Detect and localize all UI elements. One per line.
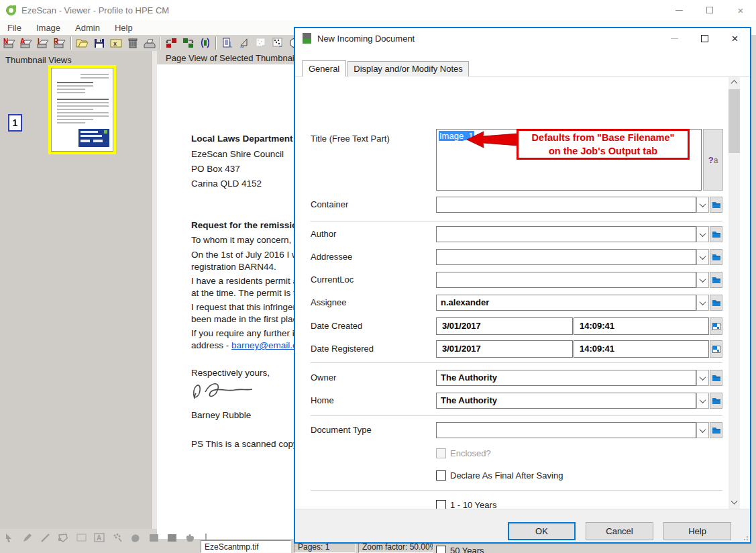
date-registered-time-input[interactable]: 14:09:41 xyxy=(574,340,709,358)
owner-dropdown-button[interactable] xyxy=(696,370,709,386)
menu-file[interactable]: File xyxy=(0,23,29,33)
letter-body-line: On the 1st of July 2016 I was xyxy=(191,250,294,260)
svg-text:I: I xyxy=(38,38,40,45)
scan-insert-icon[interactable]: I xyxy=(35,36,52,50)
declare-final-checkbox[interactable] xyxy=(436,470,446,481)
addressee-input[interactable] xyxy=(436,249,696,265)
dialog-titlebar[interactable]: New Incoming Document × xyxy=(295,28,750,48)
container-browse-button[interactable] xyxy=(710,197,722,213)
dialog-minimize-button[interactable] xyxy=(659,28,690,48)
svg-text:R: R xyxy=(54,38,59,45)
ok-button[interactable]: OK xyxy=(508,522,576,540)
currentloc-browse-button[interactable] xyxy=(710,272,722,288)
help-button[interactable]: Help xyxy=(663,522,731,540)
tab-display-modify-notes[interactable]: Display and/or Modify Notes xyxy=(347,61,469,77)
resize-grip[interactable] xyxy=(743,535,748,540)
declare-final-checkbox-row: Declare As Final After Saving xyxy=(436,470,563,481)
author-browse-button[interactable] xyxy=(710,226,722,242)
dialog-scrollbar[interactable] xyxy=(728,77,740,509)
date-created-date-input[interactable]: 3/01/2017 xyxy=(436,317,573,335)
author-field-label: Author xyxy=(311,229,336,239)
menu-admin[interactable]: Admin xyxy=(68,23,107,33)
thumbnail-scrollbar[interactable] xyxy=(151,51,157,529)
open-file-icon[interactable] xyxy=(74,36,91,50)
date-registered-date-input[interactable]: 3/01/2017 xyxy=(436,340,573,358)
dialog-close-button[interactable]: × xyxy=(720,28,750,48)
owner-browse-button[interactable] xyxy=(710,370,722,386)
trash-icon[interactable] xyxy=(124,36,141,50)
document-type-browse-button[interactable] xyxy=(710,422,722,438)
folder-icon xyxy=(712,231,721,238)
tab-general[interactable]: General xyxy=(302,60,346,78)
close-button[interactable]: × xyxy=(725,0,756,20)
page-view-panel: Local Laws Department EzeScan Shire Coun… xyxy=(157,64,294,539)
split-pages-icon[interactable] xyxy=(197,36,213,50)
assignee-input[interactable]: n.alexander xyxy=(436,295,696,311)
currentloc-input[interactable] xyxy=(436,272,696,288)
container-input[interactable] xyxy=(436,197,696,213)
letter-body-line: I request that this infringem xyxy=(191,302,294,312)
cancel-button[interactable]: Cancel xyxy=(586,522,653,540)
author-input[interactable] xyxy=(436,226,696,242)
new-incoming-document-dialog: New Incoming Document × General Display … xyxy=(294,27,751,544)
swap-pages-icon[interactable] xyxy=(163,36,180,50)
letter-closing: Respectively yours, xyxy=(191,368,270,378)
letter-email-link[interactable]: barney@email.com xyxy=(231,340,294,350)
maximize-button[interactable] xyxy=(694,0,725,20)
enclosed-checkbox[interactable] xyxy=(436,448,446,458)
container-dropdown-button[interactable] xyxy=(696,197,709,213)
dialog-content: Title (Free Text Part) Image_1 ?a Defaul… xyxy=(295,77,750,509)
despeckle-icon[interactable] xyxy=(269,36,286,50)
years-50-checkbox[interactable] xyxy=(436,546,446,553)
chevron-down-icon xyxy=(700,230,706,237)
date-created-time-input[interactable]: 14:09:41 xyxy=(574,317,709,335)
document-type-input[interactable] xyxy=(436,422,696,438)
date-created-calendar-button[interactable] xyxy=(710,317,722,335)
currentloc-field-label: CurrentLoc xyxy=(311,274,354,285)
thumbnail-page-1[interactable] xyxy=(48,65,116,154)
scan-replace-icon[interactable]: R xyxy=(52,36,68,50)
folder-icon xyxy=(712,397,721,405)
despeckle-light-icon[interactable] xyxy=(252,36,269,50)
home-dropdown-button[interactable] xyxy=(696,393,709,409)
thumbnail-panel: Thumbnail Views 1 xyxy=(0,51,151,529)
home-browse-button[interactable] xyxy=(710,393,722,409)
currentloc-dropdown-button[interactable] xyxy=(696,272,709,288)
chevron-down-icon xyxy=(731,498,738,505)
date-registered-field-label: Date Registered xyxy=(311,344,374,354)
author-dropdown-button[interactable] xyxy=(696,226,709,242)
ezescan-logo-icon xyxy=(6,5,16,15)
dialog-maximize-button[interactable] xyxy=(690,28,720,48)
delete-page-icon[interactable]: x xyxy=(107,36,124,50)
assignee-browse-button[interactable] xyxy=(710,295,722,311)
date-registered-calendar-button[interactable] xyxy=(710,340,722,358)
letter-address-line: EzeScan Shire Council xyxy=(191,149,284,159)
scan-new-icon[interactable]: N xyxy=(1,36,18,50)
scrollbar-thumb[interactable] xyxy=(728,89,740,153)
minimize-button[interactable] xyxy=(663,0,694,20)
scroll-up-button[interactable] xyxy=(728,77,740,89)
owner-input[interactable]: The Authority xyxy=(436,370,696,386)
main-titlebar[interactable]: EzeScan - Viewer - Profile to HPE CM × xyxy=(0,0,756,20)
addressee-browse-button[interactable] xyxy=(710,249,722,265)
menu-image[interactable]: Image xyxy=(29,23,68,33)
menu-help[interactable]: Help xyxy=(107,23,140,33)
save-file-icon[interactable] xyxy=(91,36,107,50)
page-layout-icon[interactable] xyxy=(219,36,235,50)
assignee-dropdown-button[interactable] xyxy=(696,295,709,311)
callout-line-1: Defaults from "Base Filename" xyxy=(532,131,675,144)
date-created-field-label: Date Created xyxy=(311,321,362,331)
title-field-label: Title (Free Text Part) xyxy=(311,134,390,144)
print-icon[interactable] xyxy=(141,36,158,50)
scan-append-icon[interactable]: A xyxy=(18,36,35,50)
page-number-badge: 1 xyxy=(8,114,22,132)
scroll-down-button[interactable] xyxy=(728,497,740,509)
status-filename: EzeScantmp.tif xyxy=(201,540,291,553)
addressee-field-label: Addressee xyxy=(311,252,352,262)
home-input[interactable]: The Authority xyxy=(436,393,696,409)
addressee-dropdown-button[interactable] xyxy=(696,249,709,265)
document-type-dropdown-button[interactable] xyxy=(696,422,709,438)
merge-pages-icon[interactable] xyxy=(180,36,197,50)
deskew-icon[interactable] xyxy=(235,36,252,50)
spellcheck-button[interactable]: ?a xyxy=(703,129,723,191)
